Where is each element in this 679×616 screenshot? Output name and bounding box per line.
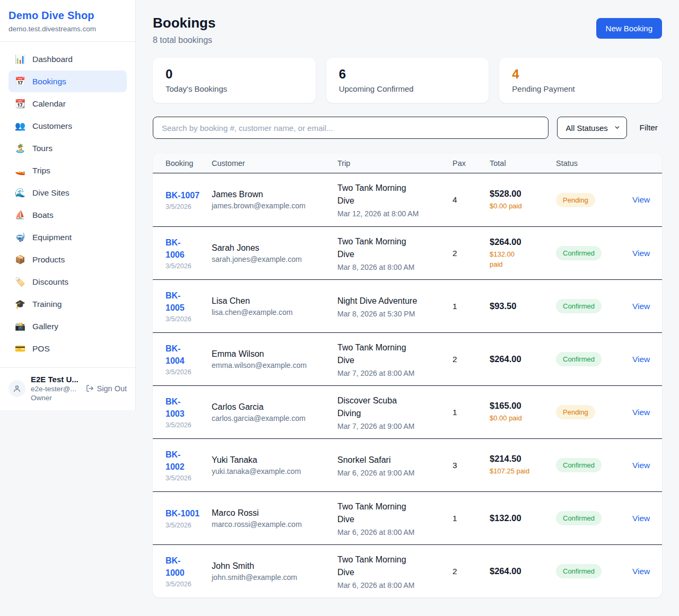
sidebar-item-label: Trips (32, 166, 50, 175)
trip-cell: Two Tank Morning Dive Mar 12, 2026 at 8:… (337, 174, 452, 225)
sidebar-item-boats[interactable]: ⛵Boats (8, 204, 127, 226)
user-role: Owner (31, 394, 81, 402)
page-title-block: Bookings 8 total bookings (153, 15, 215, 45)
column-header-booking: Booking (153, 159, 212, 168)
view-link[interactable]: View (632, 302, 650, 311)
trip-datetime: Mar 6, 2026 at 8:00 AM (337, 528, 447, 536)
sidebar-item-discounts[interactable]: 🏷️Discounts (8, 271, 127, 293)
customer-name: Emma Wilson (212, 349, 332, 359)
sidebar-item-training[interactable]: 🎓Training (8, 293, 127, 315)
customer-cell: Emma Wilson emma.wilson@example.com (212, 342, 337, 377)
sign-out-button[interactable]: Sign Out (86, 384, 127, 393)
paid-amount: $0.00 paid (490, 413, 551, 424)
trip-cell: Snorkel Safari Mar 6, 2026 at 9:00 AM (337, 446, 452, 485)
trip-cell: Two Tank Morning Dive Mar 7, 2026 at 8:0… (337, 334, 452, 385)
view-cell: View (620, 453, 662, 478)
sidebar-item-pos[interactable]: 💳POS (8, 338, 127, 359)
status-badge: Confirmed (556, 458, 602, 472)
sidebar-item-bookings[interactable]: 📅Bookings (8, 71, 127, 92)
booking-number-link[interactable]: BK- 1004 (166, 342, 185, 367)
customer-email: yuki.tanaka@example.com (212, 467, 332, 476)
sidebar-item-tours[interactable]: 🏝️Tours (8, 137, 127, 159)
sidebar-item-customers[interactable]: 👥Customers (8, 115, 127, 137)
booking-date: 3/5/2026 (166, 315, 206, 323)
person-icon (13, 384, 21, 393)
status-cell: Confirmed (556, 239, 620, 268)
booking-number-link[interactable]: BK-1007 (166, 189, 199, 201)
sidebar-item-dashboard[interactable]: 📊Dashboard (8, 48, 127, 70)
stat-value: 4 (512, 67, 649, 82)
view-link[interactable]: View (632, 514, 650, 523)
trip-name: Two Tank Morning Dive (337, 553, 447, 579)
trip-name: Two Tank Morning Dive (337, 341, 447, 367)
booking-number-link[interactable]: BK- 1005 (166, 289, 185, 314)
status-cell: Pending (556, 398, 620, 427)
booking-number-link[interactable]: BK-1001 (166, 507, 199, 520)
booking-number-link[interactable]: BK- 1006 (166, 236, 185, 261)
stat-card: 0Today's Bookings (153, 58, 316, 103)
view-link[interactable]: View (632, 195, 650, 204)
total-amount: $264.00 (490, 237, 551, 247)
filter-controls: All Statuses Filter (153, 117, 662, 139)
customer-cell: Yuki Tanaka yuki.tanaka@example.com (212, 448, 337, 483)
customers-icon: 👥 (15, 121, 25, 131)
table-row: BK- 1000 3/5/2026 John Smith john.smith@… (153, 544, 662, 597)
stat-value: 0 (166, 67, 303, 82)
trip-cell: Two Tank Morning Dive Mar 8, 2026 at 8:0… (337, 228, 452, 279)
total-cell: $165.00 $0.00 paid (490, 393, 556, 431)
status-cell: Confirmed (556, 345, 620, 374)
sidebar-item-label: Tours (32, 144, 53, 153)
stat-card: 4Pending Payment (499, 58, 662, 103)
sidebar-item-products[interactable]: 📦Products (8, 249, 127, 270)
stats-row: 0Today's Bookings6Upcoming Confirmed4Pen… (153, 58, 662, 103)
booking-number-link[interactable]: BK- 1003 (166, 395, 185, 420)
table-row: BK- 1003 3/5/2026 Carlos Garcia carlos.g… (153, 385, 662, 438)
sidebar-item-dive-sites[interactable]: 🌊Dive Sites (8, 182, 127, 204)
new-booking-button[interactable]: New Booking (596, 18, 662, 39)
booking-date: 3/5/2026 (166, 421, 206, 429)
sidebar-item-gallery[interactable]: 📸Gallery (8, 315, 127, 337)
status-cell: Confirmed (556, 451, 620, 480)
booking-number-link[interactable]: BK- 1000 (166, 555, 185, 579)
paid-amount: $132.00 paid (490, 249, 551, 270)
sidebar-item-label: Boats (32, 210, 54, 220)
customer-name: Lisa Chen (212, 296, 332, 306)
sidebar-item-calendar[interactable]: 📆Calendar (8, 93, 127, 115)
booking-cell: BK-1007 3/5/2026 (153, 182, 212, 218)
booking-cell: BK-1001 3/5/2026 (153, 500, 212, 536)
sidebar-item-label: Gallery (32, 322, 58, 331)
booking-date: 3/5/2026 (166, 262, 206, 270)
sidebar-item-equipment[interactable]: 🤿Equipment (8, 226, 127, 248)
booking-cell: BK- 1006 3/5/2026 (153, 229, 212, 277)
total-cell: $214.50 $107.25 paid (490, 446, 556, 484)
view-link[interactable]: View (632, 355, 650, 364)
sidebar-nav: 📊Dashboard📅Bookings📆Calendar👥Customers🏝️… (0, 42, 135, 367)
dashboard-icon: 📊 (15, 54, 25, 64)
view-link[interactable]: View (632, 408, 650, 417)
column-header-status: Status (556, 159, 620, 168)
status-cell: Confirmed (556, 504, 620, 533)
view-link[interactable]: View (632, 461, 650, 470)
sidebar-item-label: Products (32, 255, 65, 265)
user-name: E2E Test U... (31, 375, 81, 384)
customer-email: carlos.garcia@example.com (212, 414, 332, 423)
status-cell: Confirmed (556, 557, 620, 586)
booking-cell: BK- 1002 3/5/2026 (153, 441, 212, 489)
sign-out-label: Sign Out (97, 384, 127, 393)
view-link[interactable]: View (632, 567, 650, 576)
total-amount: $132.00 (490, 513, 551, 523)
total-amount: $264.00 (490, 566, 551, 576)
search-input[interactable] (153, 117, 549, 139)
sidebar-item-label: Dashboard (32, 55, 73, 64)
filter-button[interactable]: Filter (636, 123, 662, 133)
booking-number-link[interactable]: BK- 1002 (166, 448, 185, 473)
booking-cell: BK- 1004 3/5/2026 (153, 335, 212, 383)
customer-email: marco.rossi@example.com (212, 520, 332, 529)
view-link[interactable]: View (632, 249, 650, 258)
status-filter-select[interactable]: All Statuses (557, 117, 627, 139)
trip-name: Discover Scuba Diving (337, 394, 447, 420)
sidebar-item-trips[interactable]: 🚤Trips (8, 160, 127, 181)
trip-datetime: Mar 6, 2026 at 9:00 AM (337, 469, 447, 477)
booking-cell: BK- 1005 3/5/2026 (153, 282, 212, 330)
total-amount: $264.00 (490, 354, 551, 364)
